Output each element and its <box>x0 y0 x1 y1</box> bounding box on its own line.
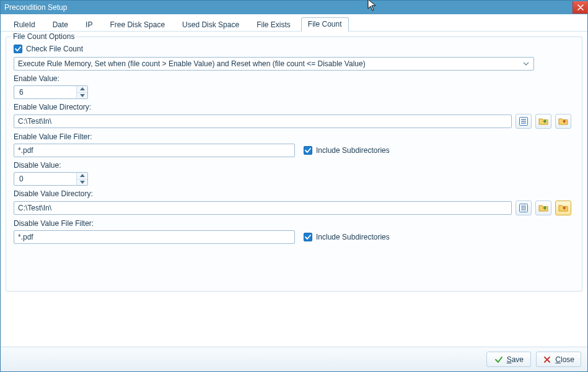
checkbox-icon <box>304 146 312 155</box>
folder-arrow-icon <box>538 203 548 213</box>
spinner-down-button[interactable] <box>77 180 87 186</box>
close-button-rest: lose <box>561 355 574 364</box>
disable-value-input[interactable] <box>18 174 68 184</box>
tab-file-count[interactable]: File Count <box>301 17 349 32</box>
condition-select-value: Execute Rule Memory, Set when (file coun… <box>18 59 366 68</box>
disable-dir-browse-button[interactable] <box>535 201 551 215</box>
disable-value-directory-input[interactable] <box>14 201 512 215</box>
enable-value-directory-label: Enable Value Directory: <box>14 103 574 111</box>
enable-dir-open-button[interactable] <box>555 114 571 129</box>
precondition-setup-window: Precondition Setup RuleId Date IP Free D… <box>0 0 588 372</box>
tab-file-exists[interactable]: File Exists <box>250 18 297 32</box>
titlebar: Precondition Setup <box>1 1 587 14</box>
file-count-options-group: File Count Options Check File Count Exec… <box>6 37 582 292</box>
save-button[interactable]: Save <box>486 352 531 367</box>
window-close-button[interactable] <box>573 1 587 14</box>
enable-dir-list-button[interactable] <box>516 114 532 129</box>
enable-value-spinner[interactable] <box>14 85 88 99</box>
disable-value-file-filter-input[interactable] <box>14 230 295 244</box>
disable-include-subdirectories-checkbox[interactable]: Include Subdirectories <box>304 233 390 241</box>
x-icon <box>543 355 551 364</box>
folder-arrow-icon <box>538 116 548 126</box>
enable-value-label: Enable Value: <box>14 74 574 83</box>
tab-content: File Count Options Check File Count Exec… <box>1 32 587 347</box>
tab-free-disk-space[interactable]: Free Disk Space <box>103 18 172 32</box>
disable-value-file-filter-label: Disable Value File Filter: <box>14 219 574 228</box>
chevron-down-icon <box>521 59 531 69</box>
checkbox-icon <box>304 233 312 241</box>
group-title: File Count Options <box>11 32 76 41</box>
tab-used-disk-space[interactable]: Used Disk Space <box>175 18 246 32</box>
enable-value-input[interactable] <box>18 87 68 97</box>
enable-value-file-filter-input[interactable] <box>14 144 295 157</box>
check-file-count-label: Check File Count <box>26 45 83 53</box>
spinner-up-button[interactable] <box>77 173 87 180</box>
disable-value-directory-label: Disable Value Directory: <box>14 189 574 198</box>
disable-dir-list-button[interactable] <box>516 201 532 215</box>
save-button-mnemonic: S <box>507 355 512 364</box>
enable-include-subdirectories-checkbox[interactable]: Include Subdirectories <box>304 146 390 155</box>
disable-value-spinner[interactable] <box>14 172 88 186</box>
dialog-footer: Save Close <box>1 347 587 371</box>
close-button[interactable]: Close <box>536 352 581 367</box>
folder-open-icon <box>558 203 568 213</box>
enable-dir-browse-button[interactable] <box>535 114 551 129</box>
disable-value-label: Disable Value: <box>14 161 574 170</box>
check-file-count-checkbox[interactable]: Check File Count <box>14 45 83 53</box>
enable-value-directory-input[interactable] <box>14 115 512 128</box>
spinner-up-button[interactable] <box>77 86 87 93</box>
checkbox-icon <box>14 45 22 53</box>
condition-select[interactable]: Execute Rule Memory, Set when (file coun… <box>14 57 534 71</box>
tab-ip[interactable]: IP <box>79 18 99 32</box>
check-icon <box>494 355 503 364</box>
tabbar: RuleId Date IP Free Disk Space Used Disk… <box>1 14 587 32</box>
enable-value-file-filter-label: Enable Value File Filter: <box>14 132 574 141</box>
list-icon <box>519 116 529 126</box>
close-icon <box>577 4 584 11</box>
tab-date[interactable]: Date <box>46 18 75 32</box>
close-button-mnemonic: C <box>555 355 561 364</box>
enable-include-subdirectories-label: Include Subdirectories <box>316 146 390 155</box>
window-title: Precondition Setup <box>4 1 67 14</box>
spinner-down-button[interactable] <box>77 93 87 99</box>
save-button-rest: ave <box>512 355 524 364</box>
disable-include-subdirectories-label: Include Subdirectories <box>316 233 390 241</box>
folder-open-icon <box>558 116 568 126</box>
disable-dir-open-button[interactable] <box>555 201 571 215</box>
list-icon <box>519 203 529 213</box>
tab-ruleid[interactable]: RuleId <box>7 18 42 32</box>
